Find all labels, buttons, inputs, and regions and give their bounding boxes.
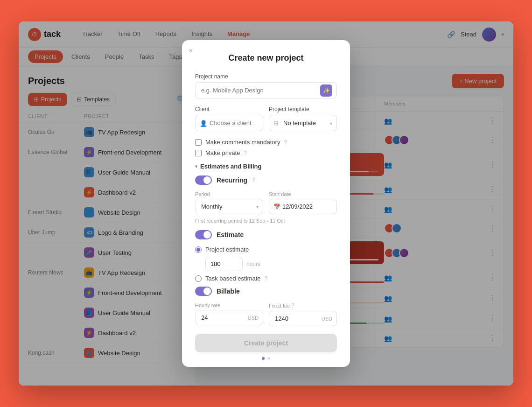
- template-icon: ⊟: [273, 120, 278, 126]
- recurring-hint: First recurring period is 12 Sep - 11 Oc…: [195, 218, 337, 224]
- modal-title: Create new project: [195, 53, 337, 63]
- estimate-toggle-row: Estimate: [195, 230, 337, 239]
- template-label: Project template: [269, 106, 337, 112]
- hourly-rate-input-wrap: USD: [195, 310, 263, 325]
- calendar-icon: 📅: [273, 204, 280, 210]
- estimates-billing-label[interactable]: ▾ Estimates and Billing: [195, 163, 337, 170]
- dot-2: [267, 357, 270, 360]
- client-group: Client 👤: [195, 106, 263, 131]
- fixed-fee-unit: USD: [322, 316, 332, 322]
- help-icon: ?: [265, 275, 268, 282]
- fixed-fee-group: Fixed fee ? USD: [269, 302, 337, 326]
- recurring-toggle-row: Recurring ?: [195, 175, 337, 185]
- close-button[interactable]: ×: [189, 47, 193, 55]
- template-group: Project template ⊟ No template ▾: [269, 106, 337, 131]
- make-private-row: Make private ?: [195, 149, 337, 156]
- person-icon: 👤: [200, 119, 207, 126]
- task-based-estimate-row: Task based estimate ?: [195, 275, 337, 282]
- fee-row: Hourly rate USD Fixed fee ? USD: [195, 302, 337, 326]
- date-input-wrap: 📅: [269, 199, 337, 214]
- make-private-checkbox[interactable]: [195, 150, 202, 156]
- estimate-input-row: hours: [205, 257, 337, 271]
- toggle-knob: [203, 176, 211, 184]
- help-icon: ?: [244, 150, 247, 156]
- hours-unit-label: hours: [246, 261, 260, 267]
- recurring-label: Recurring: [217, 176, 247, 184]
- fixed-fee-label: Fixed fee ?: [269, 302, 337, 309]
- client-template-row: Client 👤 Project template ⊟ No template …: [195, 106, 337, 139]
- app-window: ⏱ tack Tracker Time Off Reports Insights…: [19, 21, 513, 386]
- pagination-dots: [195, 357, 337, 360]
- period-group: Period Monthly Weekly Bi-weekly Quarterl…: [195, 191, 263, 214]
- estimate-hours-input[interactable]: [205, 257, 243, 271]
- client-label: Client: [195, 106, 263, 112]
- toggle-knob: [203, 288, 211, 295]
- billable-label: Billable: [217, 288, 240, 295]
- hourly-rate-unit: USD: [248, 315, 259, 321]
- task-based-estimate-label: Task based estimate: [205, 275, 261, 282]
- template-select[interactable]: No template: [269, 115, 337, 131]
- fixed-fee-input-wrap: USD: [269, 311, 337, 326]
- project-name-input-wrap: ✨: [195, 82, 337, 98]
- toggle-knob: [203, 231, 211, 239]
- start-date-group: Start date 📅: [269, 191, 337, 214]
- template-select-wrap: ⊟ No template ▾: [269, 115, 337, 131]
- period-row: Period Monthly Weekly Bi-weekly Quarterl…: [195, 191, 337, 214]
- project-estimate-radio[interactable]: [195, 246, 202, 253]
- make-comments-label: Make comments mandatory: [205, 139, 280, 146]
- billable-toggle-row: Billable: [195, 287, 337, 296]
- create-project-modal: × Create new project Project name ✨ Clie…: [182, 40, 350, 367]
- task-based-estimate-radio[interactable]: [195, 275, 202, 282]
- make-comments-checkbox[interactable]: [195, 139, 202, 146]
- period-select[interactable]: Monthly Weekly Bi-weekly Quarterly: [195, 199, 263, 214]
- chevron-down-icon: ▾: [195, 164, 197, 169]
- recurring-toggle[interactable]: [195, 175, 212, 185]
- recurring-help-icon: ?: [252, 177, 255, 183]
- make-private-label: Make private: [205, 149, 240, 156]
- period-select-wrap: Monthly Weekly Bi-weekly Quarterly ▾: [195, 199, 263, 214]
- estimate-label: Estimate: [217, 231, 244, 239]
- make-comments-mandatory-row: Make comments mandatory ?: [195, 139, 337, 146]
- create-project-button[interactable]: Create project: [195, 334, 337, 352]
- period-label: Period: [195, 191, 263, 197]
- help-icon: ?: [284, 139, 287, 146]
- estimate-toggle[interactable]: [195, 230, 212, 239]
- start-date-label: Start date: [269, 191, 337, 197]
- magic-icon: ✨: [320, 84, 332, 97]
- project-name-input[interactable]: [195, 82, 337, 98]
- project-name-label: Project name: [195, 73, 337, 80]
- dot-1: [262, 357, 265, 360]
- project-name-group: Project name ✨: [195, 73, 337, 98]
- hourly-rate-group: Hourly rate USD: [195, 302, 263, 326]
- hourly-rate-label: Hourly rate: [195, 302, 263, 308]
- client-input-wrap: 👤: [195, 115, 263, 131]
- project-estimate-row: Project estimate: [195, 246, 337, 253]
- modal-overlay[interactable]: × Create new project Project name ✨ Clie…: [19, 21, 513, 386]
- help-icon: ?: [291, 302, 294, 309]
- billable-toggle[interactable]: [195, 287, 212, 296]
- project-estimate-label: Project estimate: [205, 246, 249, 253]
